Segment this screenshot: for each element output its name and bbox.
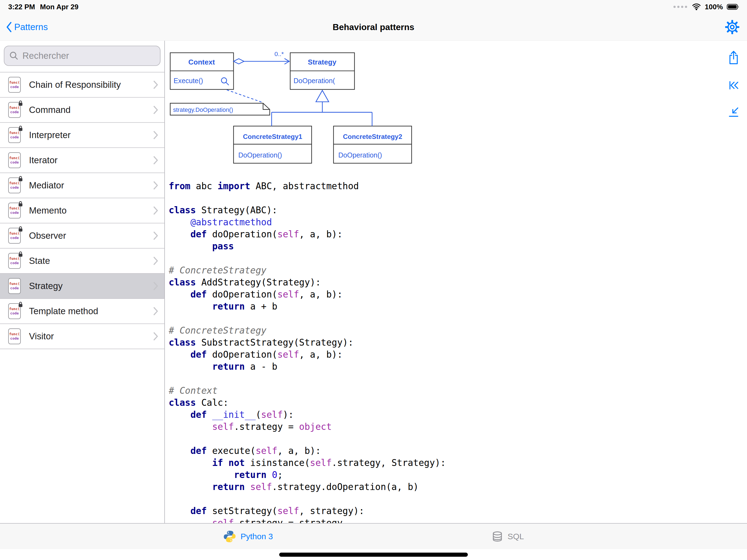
share-icon	[730, 51, 738, 64]
page-title: Behavioral patterns	[0, 22, 747, 32]
tab-python3[interactable]: Python 3	[223, 530, 273, 543]
clock: 3:22 PM	[8, 3, 35, 11]
chevron-right-icon	[153, 332, 158, 340]
code-file-icon: func( code	[8, 303, 21, 319]
search-input[interactable]: Rechercher	[4, 46, 160, 66]
uml-note-label: strategy.DoOperation()	[173, 106, 233, 113]
pattern-list-item[interactable]: func( code Iterator	[0, 148, 164, 173]
pattern-label: Interpreter	[29, 130, 71, 140]
code-file-icon-text1: func(	[9, 131, 20, 135]
home-indicator[interactable]	[279, 553, 468, 557]
code-file-icon-text1: func(	[9, 282, 20, 286]
skip-to-start-button[interactable]	[727, 79, 740, 92]
date: Mon Apr 29	[40, 3, 78, 11]
code-file-icon-text2: code	[10, 336, 19, 341]
strategy-title: Strategy	[308, 58, 337, 66]
code-file-icon: func( code	[8, 253, 21, 269]
chevron-right-icon	[153, 232, 158, 240]
lock-icon	[18, 201, 23, 207]
chevron-right-icon	[153, 131, 158, 139]
search-placeholder: Rechercher	[22, 51, 69, 61]
code-file-icon-text1: func(	[9, 80, 20, 85]
battery-icon	[727, 4, 739, 10]
code-file-icon-text2: code	[10, 286, 19, 290]
uml-diagram: Context Execute() Strategy DoOperation( …	[169, 49, 420, 174]
lock-icon	[18, 176, 23, 182]
app-screen: 3:22 PM Mon Apr 29 100%	[0, 0, 747, 560]
lock-icon	[18, 226, 23, 232]
code-file-icon-text2: code	[10, 236, 19, 240]
pattern-list-item[interactable]: func( code Strategy	[0, 274, 164, 299]
code-file-icon: func( code	[8, 278, 21, 294]
pattern-list: func( code Chain of Responsibility func(…	[0, 72, 164, 349]
code-file-icon-text2: code	[10, 160, 19, 164]
lock-icon	[18, 100, 23, 106]
tab-bar: Python 3 SQL	[0, 523, 747, 549]
tab-label-sql: SQL	[508, 532, 524, 541]
resize-corner-button[interactable]	[727, 106, 740, 119]
pattern-label: Mediator	[29, 180, 64, 190]
tab-sql[interactable]: SQL	[492, 531, 524, 542]
resize-corner-icon	[729, 108, 738, 117]
pattern-list-item[interactable]: func( code Memento	[0, 198, 164, 223]
code-file-icon-text2: code	[10, 210, 19, 215]
code-file-icon-text1: func(	[9, 307, 20, 311]
pattern-list-item[interactable]: func( code Interpreter	[0, 123, 164, 148]
pattern-list-item[interactable]: func( code State	[0, 249, 164, 274]
status-left: 3:22 PM Mon Apr 29	[8, 3, 78, 11]
wifi-icon	[692, 3, 701, 10]
pattern-label: State	[29, 256, 50, 266]
code-file-icon: func( code	[8, 328, 21, 344]
code-file-icon: func( code	[8, 203, 21, 219]
pattern-label: Command	[29, 105, 71, 115]
database-icon	[492, 531, 503, 542]
back-chevron-icon	[6, 22, 12, 32]
concrete2-title: ConcreteStrategy2	[343, 133, 402, 140]
code-file-icon: func( code	[8, 127, 21, 143]
pattern-list-item[interactable]: func( code Visitor	[0, 324, 164, 349]
pattern-label: Visitor	[29, 331, 54, 341]
pattern-label: Iterator	[29, 155, 58, 166]
pattern-label: Strategy	[29, 281, 62, 291]
pattern-list-item[interactable]: func( code Mediator	[0, 173, 164, 198]
code-file-icon: func( code	[8, 177, 21, 193]
back-button[interactable]: Patterns	[6, 22, 48, 32]
code-view[interactable]: from abc import ABC, abstractmethod clas…	[169, 180, 712, 523]
concrete1-title: ConcreteStrategy1	[243, 133, 302, 140]
cellular-signal-icon	[673, 5, 688, 8]
chevron-right-icon	[153, 282, 158, 290]
pattern-list-item[interactable]: func( code Template method	[0, 299, 164, 324]
code-file-icon-text2: code	[10, 85, 19, 89]
code-file-icon: func( code	[8, 102, 21, 118]
strategy-method: DoOperation(	[294, 77, 335, 84]
lock-icon	[18, 251, 23, 257]
chevron-right-icon	[153, 106, 158, 114]
code-file-icon-text1: func(	[9, 206, 20, 210]
code-file-icon: func( code	[8, 77, 21, 93]
code-file-icon-text2: code	[10, 261, 19, 265]
side-actions	[727, 50, 740, 119]
sidebar: Rechercher func( code Chain of Responsib…	[0, 41, 165, 523]
status-bar: 3:22 PM Mon Apr 29 100%	[0, 0, 747, 14]
skip-to-start-icon	[730, 82, 738, 89]
status-right: 100%	[673, 3, 739, 11]
code-file-icon-text1: func(	[9, 156, 20, 160]
chevron-right-icon	[153, 206, 158, 215]
code-file-icon-text1: func(	[9, 181, 20, 185]
pattern-list-item[interactable]: func( code Chain of Responsibility	[0, 73, 164, 98]
code-file-icon: func( code	[8, 228, 21, 244]
pattern-label: Chain of Responsibility	[29, 80, 121, 90]
settings-button[interactable]	[725, 20, 739, 34]
code-file-icon-text1: func(	[9, 256, 20, 261]
code-file-icon: func( code	[8, 152, 21, 168]
pattern-list-item[interactable]: func( code Observer	[0, 223, 164, 249]
pattern-label: Observer	[29, 230, 66, 241]
pattern-list-item[interactable]: func( code Command	[0, 98, 164, 123]
code-file-icon-text2: code	[10, 311, 19, 315]
code-file-icon-text2: code	[10, 135, 19, 139]
search-icon	[9, 51, 19, 60]
chevron-right-icon	[153, 307, 158, 315]
python-logo-icon	[223, 530, 236, 543]
chevron-right-icon	[153, 156, 158, 164]
share-button[interactable]	[727, 50, 740, 65]
